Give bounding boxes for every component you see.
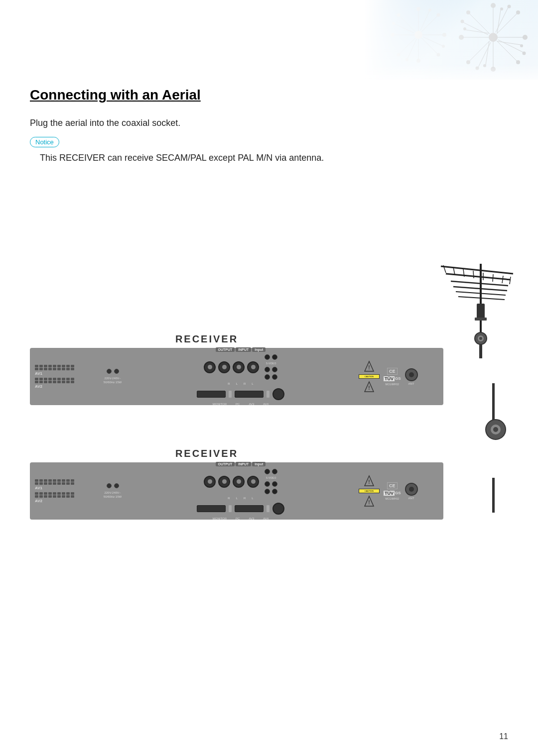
av3-label-1: AV3 xyxy=(249,403,254,406)
center-connectors-2: OUTPUT INPUT Input xyxy=(126,462,356,520)
svg-line-41 xyxy=(486,41,489,65)
svideo-label-1: S-VIDEO xyxy=(265,362,277,365)
caution-box-1: CAUTION xyxy=(359,374,380,379)
svg-point-14 xyxy=(416,59,420,63)
svg-line-5 xyxy=(400,16,415,32)
svg-point-23 xyxy=(428,8,431,11)
svg-line-61 xyxy=(451,281,508,286)
l-label-2a: L xyxy=(236,497,238,500)
power-text-1: 220V-240V~ 50/60Hz 15W xyxy=(103,377,123,384)
svg-rect-73 xyxy=(477,304,485,319)
svg-line-40 xyxy=(497,10,501,33)
svg-line-60 xyxy=(446,274,511,280)
av2-label-2: AV2 xyxy=(35,499,100,503)
svg-line-6 xyxy=(421,38,437,54)
svg-point-21 xyxy=(392,22,395,25)
svg-point-15 xyxy=(391,33,395,37)
svg-line-59 xyxy=(441,266,513,274)
monitor-label-1: MONITOR xyxy=(213,403,227,406)
svg-text:!: ! xyxy=(368,385,370,391)
r-label-2a: R xyxy=(228,497,230,500)
av2-label-1: AV2 xyxy=(35,384,100,389)
notice-row: Notice xyxy=(30,136,508,147)
svg-point-13 xyxy=(416,7,420,11)
grid-3: AV1 xyxy=(35,479,100,490)
panel-left-grids: AV1 xyxy=(35,365,100,389)
svg-point-47 xyxy=(516,60,520,64)
svg-point-19 xyxy=(437,13,440,17)
pc-label-2: PC xyxy=(236,517,240,520)
svg-line-72 xyxy=(510,277,511,284)
l-label-1a: L xyxy=(236,382,238,385)
svg-point-25 xyxy=(489,33,498,42)
input-label-1a: INPUT xyxy=(236,347,251,352)
grid-1: AV1 xyxy=(35,365,100,376)
svg-point-22 xyxy=(442,45,445,48)
caution-box-2: CAUTION xyxy=(359,489,380,493)
header-decoration xyxy=(289,0,538,80)
antenna-wire-segment-2 xyxy=(492,478,495,513)
svg-point-24 xyxy=(405,58,408,61)
main-content: Connecting with an Aerial Plug the aeria… xyxy=(30,87,508,165)
caution-icon-1b: ! xyxy=(364,381,374,393)
notice-text: This RECEIVER can receive SECAM/PAL exce… xyxy=(40,151,508,165)
svg-point-55 xyxy=(520,44,523,47)
svg-point-43 xyxy=(491,67,496,72)
receiver-panel-1: AV1 xyxy=(30,348,443,405)
r-label-1a: R xyxy=(228,382,230,385)
panel-right-1: ! CAUTION ! CE TÜV GS MCG/MP/02 xyxy=(359,360,438,393)
svg-point-51 xyxy=(523,52,526,55)
dandelion-icon-1 xyxy=(389,5,448,65)
svg-line-71 xyxy=(502,276,503,283)
svg-line-12 xyxy=(407,39,416,59)
panel-right-2: ! CAUTION ! CE TÜV GS MCG/MP/02 xyxy=(359,475,438,507)
svg-point-44 xyxy=(459,35,464,40)
ant-label-1: ANT xyxy=(408,382,414,385)
svg-point-49 xyxy=(466,60,470,64)
output-label-2: OUTPUT xyxy=(216,462,235,466)
svg-point-52 xyxy=(508,5,511,8)
svg-point-45 xyxy=(523,35,528,40)
svg-text:!: ! xyxy=(368,479,370,485)
coaxial-connector-1 xyxy=(483,417,508,442)
svg-line-68 xyxy=(473,271,474,278)
ant-label-2: ANT xyxy=(408,497,414,500)
svg-rect-74 xyxy=(475,318,487,321)
receiver-label-1: RECEIVER xyxy=(30,333,463,345)
r-label-2b: R xyxy=(244,497,246,500)
page-number: 11 xyxy=(499,732,508,741)
svideo-label-2: S-VIDEO xyxy=(265,476,277,479)
svg-point-46 xyxy=(466,10,470,14)
svg-point-54 xyxy=(463,27,466,30)
subtitle-text: Plug the aerial into the coaxial socket. xyxy=(30,118,508,128)
svg-point-53 xyxy=(476,67,479,70)
svg-line-9 xyxy=(395,24,414,33)
av3-label-2: AV3 xyxy=(249,517,254,520)
av1-label-1: AV1 xyxy=(35,371,100,376)
svg-point-20 xyxy=(397,53,401,57)
svg-line-38 xyxy=(466,30,489,33)
receiver-label-2: RECEIVER xyxy=(30,448,463,459)
av1-label-2: AV1 xyxy=(35,486,100,490)
svg-text:!: ! xyxy=(368,365,370,370)
caution-icon-1: ! xyxy=(364,360,374,372)
svg-point-57 xyxy=(483,64,486,67)
av4-label-1: AV4 xyxy=(263,403,269,406)
svg-line-10 xyxy=(423,37,442,46)
indicator-dots-1: 220V-240V~ 50/60Hz 15W xyxy=(103,369,123,384)
input-label-2a: INPUT xyxy=(236,462,251,466)
receiver-panel-2: AV1 xyxy=(30,462,443,520)
svg-line-8 xyxy=(400,38,415,54)
av4-label-2: AV4 xyxy=(263,517,269,520)
svg-point-85 xyxy=(493,427,498,432)
page-title: Connecting with an Aerial xyxy=(30,87,508,103)
svg-text:!: ! xyxy=(368,500,370,505)
caution-icon-2a: ! xyxy=(364,475,374,487)
receiver-block-1: RECEIVER xyxy=(30,333,463,405)
svg-line-7 xyxy=(421,16,437,32)
l-label-1b: L xyxy=(252,382,253,385)
input-label-2b: Input xyxy=(252,462,266,466)
svg-point-16 xyxy=(442,33,446,37)
center-connectors-1: OUTPUT INPUT Input xyxy=(126,347,356,406)
svg-point-17 xyxy=(397,13,401,17)
